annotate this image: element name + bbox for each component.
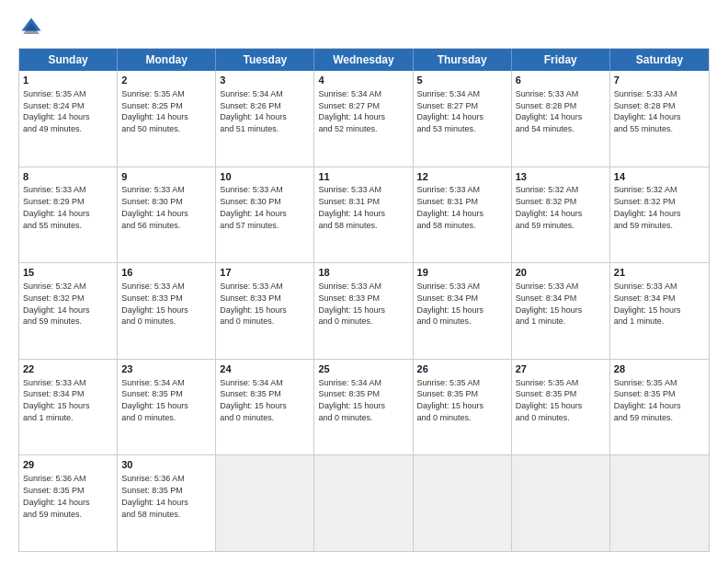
cell-text: Sunrise: 5:33 AMSunset: 8:33 PMDaylight:… (318, 282, 385, 326)
calendar-body: 1Sunrise: 5:35 AMSunset: 8:24 PMDaylight… (19, 71, 709, 551)
day-25: 25Sunrise: 5:34 AMSunset: 8:35 PMDayligh… (314, 360, 413, 455)
day-21: 21Sunrise: 5:33 AMSunset: 8:34 PMDayligh… (610, 263, 709, 359)
cell-text: Sunrise: 5:34 AMSunset: 8:27 PMDaylight:… (417, 89, 484, 133)
day-27: 27Sunrise: 5:35 AMSunset: 8:35 PMDayligh… (512, 360, 610, 455)
day-2: 2Sunrise: 5:35 AMSunset: 8:25 PMDaylight… (118, 71, 216, 167)
cell-text: Sunrise: 5:33 AMSunset: 8:34 PMDaylight:… (23, 378, 90, 422)
cell-text: Sunrise: 5:35 AMSunset: 8:35 PMDaylight:… (614, 378, 681, 422)
day-20: 20Sunrise: 5:33 AMSunset: 8:34 PMDayligh… (512, 263, 610, 359)
week-row-4: 22Sunrise: 5:33 AMSunset: 8:34 PMDayligh… (19, 359, 709, 455)
day-6: 6Sunrise: 5:33 AMSunset: 8:28 PMDaylight… (512, 71, 610, 167)
cell-text: Sunrise: 5:33 AMSunset: 8:31 PMDaylight:… (417, 185, 484, 229)
day-num: 1 (23, 74, 113, 87)
day-9: 9Sunrise: 5:33 AMSunset: 8:30 PMDaylight… (118, 167, 216, 263)
day-24: 24Sunrise: 5:34 AMSunset: 8:35 PMDayligh… (216, 360, 314, 455)
day-29: 29Sunrise: 5:36 AMSunset: 8:35 PMDayligh… (19, 455, 118, 551)
day-num: 19 (417, 266, 507, 280)
cell-text: Sunrise: 5:33 AMSunset: 8:34 PMDaylight:… (516, 282, 583, 326)
day-8: 8Sunrise: 5:33 AMSunset: 8:29 PMDaylight… (19, 167, 118, 263)
cell-text: Sunrise: 5:35 AMSunset: 8:25 PMDaylight:… (121, 89, 188, 133)
cell-text: Sunrise: 5:32 AMSunset: 8:32 PMDaylight:… (516, 185, 583, 229)
cell-text: Sunrise: 5:35 AMSunset: 8:35 PMDaylight:… (417, 378, 484, 422)
day-12: 12Sunrise: 5:33 AMSunset: 8:31 PMDayligh… (414, 167, 512, 263)
day-empty-w4c2 (216, 455, 314, 551)
cell-text: Sunrise: 5:35 AMSunset: 8:24 PMDaylight:… (23, 89, 90, 133)
day-num: 22 (23, 362, 113, 376)
day-num: 5 (417, 74, 507, 87)
day-empty-w4c6 (610, 455, 709, 551)
cell-text: Sunrise: 5:34 AMSunset: 8:35 PMDaylight:… (220, 378, 287, 422)
day-16: 16Sunrise: 5:33 AMSunset: 8:33 PMDayligh… (118, 263, 216, 359)
cell-text: Sunrise: 5:33 AMSunset: 8:34 PMDaylight:… (614, 282, 681, 326)
day-num: 15 (23, 266, 113, 280)
day-num: 3 (220, 74, 310, 87)
day-empty-w4c5 (512, 455, 610, 551)
cell-text: Sunrise: 5:33 AMSunset: 8:31 PMDaylight:… (318, 185, 385, 229)
day-num: 30 (121, 458, 211, 472)
day-3: 3Sunrise: 5:34 AMSunset: 8:26 PMDaylight… (216, 71, 314, 167)
day-num: 9 (121, 170, 211, 184)
day-num: 11 (318, 170, 408, 184)
day-num: 27 (516, 362, 606, 376)
day-num: 21 (614, 266, 705, 280)
header-sunday: Sunday (19, 49, 118, 71)
day-num: 25 (318, 362, 408, 376)
week-row-2: 8Sunrise: 5:33 AMSunset: 8:29 PMDaylight… (19, 167, 709, 263)
day-22: 22Sunrise: 5:33 AMSunset: 8:34 PMDayligh… (19, 360, 118, 455)
week-row-3: 15Sunrise: 5:32 AMSunset: 8:32 PMDayligh… (19, 262, 709, 359)
cell-text: Sunrise: 5:33 AMSunset: 8:33 PMDaylight:… (121, 282, 188, 326)
header-wednesday: Wednesday (314, 49, 413, 71)
day-7: 7Sunrise: 5:33 AMSunset: 8:28 PMDaylight… (610, 71, 709, 167)
day-num: 12 (417, 170, 507, 184)
day-11: 11Sunrise: 5:33 AMSunset: 8:31 PMDayligh… (314, 167, 413, 263)
day-num: 17 (220, 266, 310, 280)
day-23: 23Sunrise: 5:34 AMSunset: 8:35 PMDayligh… (118, 360, 216, 455)
cell-text: Sunrise: 5:33 AMSunset: 8:30 PMDaylight:… (121, 185, 188, 229)
day-19: 19Sunrise: 5:33 AMSunset: 8:34 PMDayligh… (414, 263, 512, 359)
day-26: 26Sunrise: 5:35 AMSunset: 8:35 PMDayligh… (414, 360, 512, 455)
day-15: 15Sunrise: 5:32 AMSunset: 8:32 PMDayligh… (19, 263, 118, 359)
cell-text: Sunrise: 5:36 AMSunset: 8:35 PMDaylight:… (23, 474, 90, 518)
day-5: 5Sunrise: 5:34 AMSunset: 8:27 PMDaylight… (414, 71, 512, 167)
day-28: 28Sunrise: 5:35 AMSunset: 8:35 PMDayligh… (610, 360, 709, 455)
header-thursday: Thursday (414, 49, 512, 71)
day-num: 28 (614, 362, 705, 376)
cell-text: Sunrise: 5:34 AMSunset: 8:27 PMDaylight:… (318, 89, 385, 133)
week-row-1: 1Sunrise: 5:35 AMSunset: 8:24 PMDaylight… (19, 71, 709, 167)
day-1: 1Sunrise: 5:35 AMSunset: 8:24 PMDaylight… (19, 71, 118, 167)
day-num: 6 (516, 74, 606, 87)
logo (18, 15, 48, 40)
day-num: 24 (220, 362, 310, 376)
page: Sunday Monday Tuesday Wednesday Thursday… (0, 0, 728, 563)
day-num: 23 (121, 362, 211, 376)
cell-text: Sunrise: 5:33 AMSunset: 8:29 PMDaylight:… (23, 185, 90, 229)
cell-text: Sunrise: 5:34 AMSunset: 8:35 PMDaylight:… (318, 378, 385, 422)
cell-text: Sunrise: 5:33 AMSunset: 8:34 PMDaylight:… (417, 282, 484, 326)
day-num: 7 (614, 74, 705, 87)
header-saturday: Saturday (610, 49, 709, 71)
cell-text: Sunrise: 5:33 AMSunset: 8:28 PMDaylight:… (614, 89, 681, 133)
calendar-header: Sunday Monday Tuesday Wednesday Thursday… (19, 49, 709, 71)
day-num: 18 (318, 266, 408, 280)
day-num: 4 (318, 74, 408, 87)
cell-text: Sunrise: 5:35 AMSunset: 8:35 PMDaylight:… (516, 378, 583, 422)
day-num: 29 (23, 458, 113, 472)
cell-text: Sunrise: 5:33 AMSunset: 8:33 PMDaylight:… (220, 282, 287, 326)
day-13: 13Sunrise: 5:32 AMSunset: 8:32 PMDayligh… (512, 167, 610, 263)
day-num: 16 (121, 266, 211, 280)
cell-text: Sunrise: 5:33 AMSunset: 8:28 PMDaylight:… (516, 89, 583, 133)
calendar: Sunday Monday Tuesday Wednesday Thursday… (18, 48, 710, 552)
day-4: 4Sunrise: 5:34 AMSunset: 8:27 PMDaylight… (314, 71, 413, 167)
week-row-5: 29Sunrise: 5:36 AMSunset: 8:35 PMDayligh… (19, 454, 709, 551)
header-tuesday: Tuesday (216, 49, 314, 71)
header-friday: Friday (512, 49, 610, 71)
day-empty-w4c4 (414, 455, 512, 551)
day-14: 14Sunrise: 5:32 AMSunset: 8:32 PMDayligh… (610, 167, 709, 263)
day-num: 26 (417, 362, 507, 376)
day-num: 14 (614, 170, 705, 184)
cell-text: Sunrise: 5:32 AMSunset: 8:32 PMDaylight:… (23, 282, 90, 326)
day-num: 8 (23, 170, 113, 184)
header-monday: Monday (118, 49, 216, 71)
day-num: 2 (121, 74, 211, 87)
day-30: 30Sunrise: 5:36 AMSunset: 8:35 PMDayligh… (118, 455, 216, 551)
